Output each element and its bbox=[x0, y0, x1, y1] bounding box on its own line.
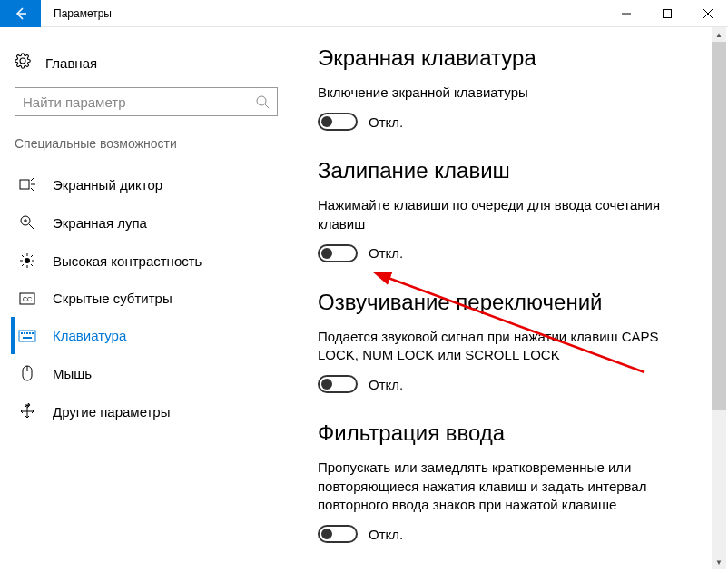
svg-rect-29 bbox=[23, 337, 32, 339]
svg-line-20 bbox=[31, 255, 33, 257]
other-icon bbox=[18, 403, 36, 420]
svg-line-18 bbox=[31, 264, 33, 266]
scrollbar-down-button[interactable]: ▼ bbox=[712, 555, 726, 569]
home-label: Главная bbox=[45, 55, 97, 71]
section-desc: Включение экранной клавиатуры bbox=[318, 84, 681, 102]
svg-rect-7 bbox=[20, 180, 29, 189]
section-heading-sticky-keys: Залипание клавиш bbox=[318, 158, 701, 183]
maximize-button[interactable] bbox=[646, 0, 687, 27]
sidebar-item-narrator[interactable]: Экранный диктор bbox=[11, 165, 276, 203]
narrator-icon bbox=[18, 176, 36, 193]
search-box[interactable] bbox=[15, 87, 278, 116]
window-title: Параметры bbox=[54, 7, 112, 20]
content-area: Экранная клавиатура Включение экранной к… bbox=[290, 27, 728, 573]
toggle-sticky-keys[interactable] bbox=[318, 244, 358, 262]
keyboard-icon bbox=[18, 330, 36, 342]
section-label: Специальные возможности bbox=[15, 136, 276, 151]
svg-line-9 bbox=[29, 224, 34, 229]
svg-rect-28 bbox=[32, 332, 34, 334]
search-input[interactable] bbox=[23, 94, 255, 110]
svg-rect-23 bbox=[19, 331, 35, 341]
toggle-onscreen-keyboard[interactable] bbox=[318, 113, 358, 131]
svg-rect-24 bbox=[21, 332, 23, 334]
gear-icon bbox=[15, 53, 31, 73]
magnifier-icon bbox=[18, 214, 36, 231]
svg-point-5 bbox=[257, 96, 266, 105]
scrollbar-thumb[interactable] bbox=[712, 29, 726, 410]
section-desc: Пропускать или замедлять кратковременные… bbox=[318, 459, 681, 514]
scrollbar-up-button[interactable]: ▲ bbox=[712, 27, 726, 42]
sidebar-item-captions[interactable]: CC Скрытые субтитры bbox=[11, 280, 276, 317]
toggle-state-label: Откл. bbox=[369, 245, 403, 261]
sidebar-item-keyboard[interactable]: Клавиатура bbox=[11, 317, 276, 354]
sidebar-item-other[interactable]: Другие параметры bbox=[11, 392, 276, 430]
svg-line-6 bbox=[265, 104, 269, 108]
toggle-state-label: Откл. bbox=[369, 114, 403, 130]
section-desc: Нажимайте клавиши по очереди для ввода с… bbox=[318, 196, 681, 233]
sidebar-item-label: Клавиатура bbox=[53, 328, 126, 343]
arrow-left-icon bbox=[14, 6, 28, 21]
home-button[interactable]: Главная bbox=[15, 45, 276, 87]
section-desc: Подается звуковой сигнал при нажатии кла… bbox=[318, 328, 681, 365]
mouse-icon bbox=[18, 365, 36, 381]
toggle-toggle-keys[interactable] bbox=[318, 375, 358, 393]
svg-rect-27 bbox=[29, 332, 31, 334]
toggle-filter-keys[interactable] bbox=[318, 525, 358, 543]
sidebar-item-mouse[interactable]: Мышь bbox=[11, 354, 276, 392]
sidebar-item-label: Экранная лупа bbox=[53, 215, 147, 231]
sidebar-item-label: Высокая контрастность bbox=[53, 253, 202, 269]
toggle-state-label: Откл. bbox=[369, 377, 403, 392]
minimize-button[interactable] bbox=[605, 0, 646, 27]
maximize-icon bbox=[663, 9, 672, 18]
sidebar-item-label: Экранный диктор bbox=[53, 177, 162, 193]
window-controls bbox=[605, 0, 728, 27]
sidebar-item-label: Скрытые субтитры bbox=[53, 291, 172, 306]
search-icon bbox=[255, 94, 270, 109]
captions-icon: CC bbox=[18, 292, 36, 305]
sidebar-item-contrast[interactable]: Высокая контрастность bbox=[11, 242, 276, 280]
svg-rect-25 bbox=[24, 332, 25, 334]
section-heading-filter-keys: Фильтрация ввода bbox=[318, 420, 701, 446]
svg-rect-2 bbox=[663, 9, 671, 17]
section-heading-toggle-keys: Озвучивание переключений bbox=[318, 290, 701, 315]
toggle-state-label: Откл. bbox=[369, 527, 403, 542]
section-heading-onscreen-keyboard: Экранная клавиатура bbox=[318, 45, 701, 71]
svg-point-12 bbox=[25, 258, 30, 263]
title-bar: Параметры bbox=[0, 0, 728, 27]
sidebar: Главная Специальные возможности Экранный… bbox=[0, 27, 290, 573]
svg-text:CC: CC bbox=[23, 296, 32, 302]
sidebar-item-label: Другие параметры bbox=[53, 404, 171, 420]
contrast-icon bbox=[18, 252, 36, 269]
close-icon bbox=[703, 9, 713, 18]
close-button[interactable] bbox=[687, 0, 728, 27]
minimize-icon bbox=[622, 9, 631, 18]
svg-rect-26 bbox=[26, 332, 28, 334]
back-button[interactable] bbox=[0, 0, 41, 27]
svg-line-17 bbox=[22, 255, 24, 257]
svg-line-19 bbox=[22, 264, 24, 266]
sidebar-item-label: Мышь bbox=[53, 366, 92, 381]
sidebar-item-magnifier[interactable]: Экранная лупа bbox=[11, 203, 276, 242]
